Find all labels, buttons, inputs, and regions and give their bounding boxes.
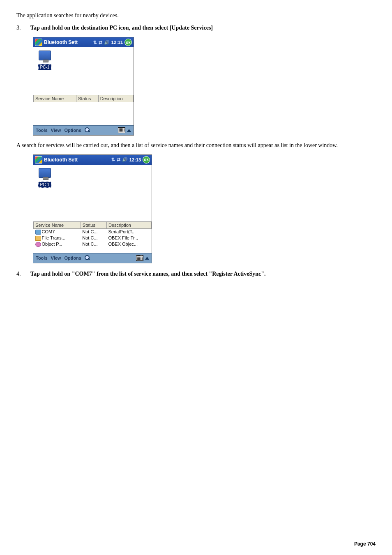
page-footer: Page 704 (354, 541, 376, 547)
cell-name: File Trans... (42, 235, 65, 240)
title-bar: Bluetooth Sett ⇅ ⇄ 🔊 12:11 ok (33, 37, 134, 47)
bluetooth-window-2: Bluetooth Sett ⇅ ⇄ 🔊 12:13 ok PC-1 Servi… (33, 154, 152, 263)
window-title: Bluetooth Sett (44, 39, 92, 45)
menu-tools[interactable]: Tools (36, 256, 48, 260)
col-description[interactable]: Description (98, 95, 133, 102)
monitor-icon (39, 168, 51, 178)
pc-label: PC-1 (38, 64, 52, 70)
sync-icon: ⇄ (99, 40, 102, 45)
serial-port-icon (35, 230, 41, 235)
keyboard-icon[interactable] (136, 255, 143, 261)
table-row[interactable]: COM7 Not C... SerialPort(T... (34, 228, 152, 235)
col-status[interactable]: Status (81, 221, 106, 228)
device-pane: PC-1 (33, 47, 134, 95)
cell-name: COM7 (42, 229, 55, 234)
cell-status: Not C... (81, 228, 106, 235)
col-description[interactable]: Description (106, 221, 151, 228)
step-number: 4. (16, 271, 30, 277)
start-flag-icon[interactable] (35, 39, 42, 46)
sync-icon: ⇄ (117, 157, 120, 162)
menu-options[interactable]: Options (64, 256, 81, 260)
file-transfer-icon (35, 236, 41, 241)
up-arrow-icon[interactable] (145, 257, 149, 260)
menu-tools[interactable]: Tools (36, 128, 48, 133)
pc-label: PC-1 (38, 182, 52, 188)
col-service-name[interactable]: Service Name (34, 95, 76, 102)
menu-options[interactable]: Options (64, 128, 81, 133)
clock: 12:11 (111, 40, 123, 45)
cell-desc: SerialPort(T... (106, 228, 151, 235)
services-table: Service Name Status Description COM7 Not… (33, 221, 152, 253)
up-arrow-icon[interactable] (127, 129, 131, 132)
ok-button[interactable]: ok (143, 156, 150, 164)
cell-desc: OBEX File Tr... (106, 235, 151, 241)
cell-status: Not C... (81, 235, 106, 241)
intro-paragraph: The application searches for nearby devi… (16, 12, 376, 19)
window-title: Bluetooth Sett (44, 157, 110, 163)
menu-view[interactable]: View (51, 256, 61, 260)
col-service-name[interactable]: Service Name (34, 221, 81, 228)
bluetooth-window-1: Bluetooth Sett ⇅ ⇄ 🔊 12:11 ok PC-1 Servi… (33, 37, 134, 136)
mid-paragraph: A search for services will be carried ou… (16, 142, 376, 149)
speaker-icon: 🔊 (122, 157, 128, 162)
ok-button[interactable]: ok (125, 39, 132, 46)
col-status[interactable]: Status (76, 95, 99, 102)
step-text: Tap and hold on the destination PC icon,… (30, 25, 376, 31)
cell-status: Not C... (81, 241, 106, 247)
cell-desc: OBEX Objec... (106, 241, 151, 247)
start-flag-icon[interactable] (35, 156, 42, 164)
menu-bar: Tools View Options (33, 125, 134, 135)
pc-icon[interactable]: PC-1 (37, 51, 53, 70)
table-row[interactable]: Object P... Not C... OBEX Objec... (34, 241, 152, 247)
title-bar: Bluetooth Sett ⇅ ⇄ 🔊 12:13 ok (33, 155, 152, 165)
menu-view[interactable]: View (51, 128, 61, 133)
bluetooth-signal-icon: ⇅ (111, 157, 115, 162)
step-text: Tap and hold on "COM7" from the list of … (30, 271, 376, 277)
step-3: 3. Tap and hold on the destination PC ic… (16, 25, 376, 31)
search-icon[interactable] (85, 255, 90, 261)
bluetooth-signal-icon: ⇅ (93, 40, 97, 45)
object-push-icon (35, 242, 41, 247)
clock: 12:13 (129, 157, 141, 162)
device-pane: PC-1 (33, 165, 152, 221)
monitor-icon (39, 51, 51, 60)
keyboard-icon[interactable] (118, 127, 125, 133)
step-4: 4. Tap and hold on "COM7" from the list … (16, 271, 376, 277)
menu-bar: Tools View Options (33, 253, 152, 263)
search-icon[interactable] (85, 127, 90, 133)
table-row[interactable]: File Trans... Not C... OBEX File Tr... (34, 235, 152, 241)
speaker-icon: 🔊 (104, 40, 110, 45)
cell-name: Object P... (42, 242, 62, 246)
step-number: 3. (16, 25, 30, 31)
services-table: Service Name Status Description (33, 95, 134, 125)
pc-icon[interactable]: PC-1 (37, 168, 53, 188)
